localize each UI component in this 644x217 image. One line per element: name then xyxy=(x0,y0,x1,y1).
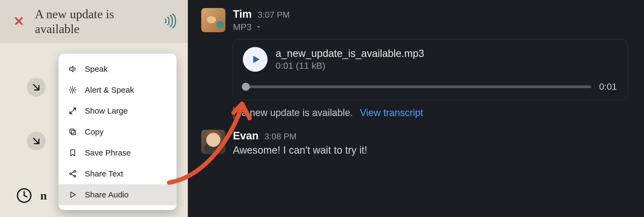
file-type-row[interactable]: MP3 xyxy=(233,22,628,32)
menu-item-label: Alert & Speak xyxy=(85,85,134,95)
avatar[interactable] xyxy=(201,130,225,154)
clock-icon xyxy=(16,187,32,204)
sound-waves-icon[interactable] xyxy=(159,13,180,30)
message-time: 3:07 PM xyxy=(258,10,290,20)
menu-item-label: Save Phrase xyxy=(85,148,131,157)
menu-item-share-text[interactable]: Share Text xyxy=(58,163,177,184)
menu-item-label: Speak xyxy=(85,64,108,74)
expand-icon xyxy=(68,106,78,116)
banner-title: A new update is available xyxy=(30,7,159,36)
message-time: 3:08 PM xyxy=(265,132,297,142)
avatar[interactable] xyxy=(201,8,225,32)
svg-point-1 xyxy=(72,89,74,91)
bookmark-icon xyxy=(68,148,78,158)
context-menu: Speak Alert & Speak Show Large Copy xyxy=(58,54,177,210)
menu-item-label: Show Large xyxy=(85,106,128,115)
chevron-down-icon xyxy=(256,24,261,30)
menu-item-share-audio[interactable]: Share Audio xyxy=(58,184,177,205)
partial-text: n xyxy=(40,189,47,202)
audio-attachment: a_new_update_is_available.mp3 0:01 (11 k… xyxy=(233,39,628,100)
sender-name[interactable]: Evan xyxy=(233,130,259,142)
menu-item-show-large[interactable]: Show Large xyxy=(58,100,177,121)
quote-bar xyxy=(233,107,235,119)
menu-item-label: Share Text xyxy=(85,169,123,178)
audio-elapsed: 0:01 xyxy=(599,81,617,92)
transcript-text: a new update is available. xyxy=(242,107,353,118)
message: Tim 3:07 PM MP3 a_new_update_is_availabl… xyxy=(201,8,628,119)
message: Evan 3:08 PM Awesome! I can't wait to tr… xyxy=(201,130,628,156)
menu-item-copy[interactable]: Copy xyxy=(58,121,177,142)
update-banner: ✕ A new update is available xyxy=(0,0,188,43)
play-button[interactable] xyxy=(243,47,268,72)
transcript-row: a new update is available. View transcri… xyxy=(233,107,628,119)
audio-seek-bar[interactable] xyxy=(243,85,591,88)
menu-item-alert-speak[interactable]: Alert & Speak xyxy=(58,79,177,100)
menu-item-save-phrase[interactable]: Save Phrase xyxy=(58,142,177,163)
message-text: Awesome! I can't wait to try it! xyxy=(233,144,628,156)
file-type-label: MP3 xyxy=(233,22,252,32)
audio-meta: 0:01 (11 kB) xyxy=(276,60,424,71)
close-icon[interactable]: ✕ xyxy=(8,12,30,31)
menu-item-label: Copy xyxy=(85,127,104,136)
speaker-icon xyxy=(68,64,78,74)
menu-item-speak[interactable]: Speak xyxy=(58,59,177,79)
sender-name[interactable]: Tim xyxy=(233,8,252,20)
left-panel: ✕ A new update is available n xyxy=(0,0,188,217)
svg-rect-3 xyxy=(70,129,74,133)
chat-panel: Tim 3:07 PM MP3 a_new_update_is_availabl… xyxy=(188,0,644,217)
copy-icon xyxy=(68,127,78,137)
seek-thumb[interactable] xyxy=(242,83,250,91)
view-transcript-link[interactable]: View transcript xyxy=(360,107,423,118)
arrow-down-right-icon xyxy=(27,132,46,150)
share-icon xyxy=(68,169,78,179)
arrow-down-right-icon xyxy=(27,78,46,97)
background-icons xyxy=(27,78,46,150)
alert-icon xyxy=(68,85,78,95)
svg-rect-2 xyxy=(71,131,76,135)
audio-filename: a_new_update_is_available.mp3 xyxy=(276,48,424,59)
menu-item-label: Share Audio xyxy=(85,190,129,199)
play-outline-icon xyxy=(68,190,78,200)
